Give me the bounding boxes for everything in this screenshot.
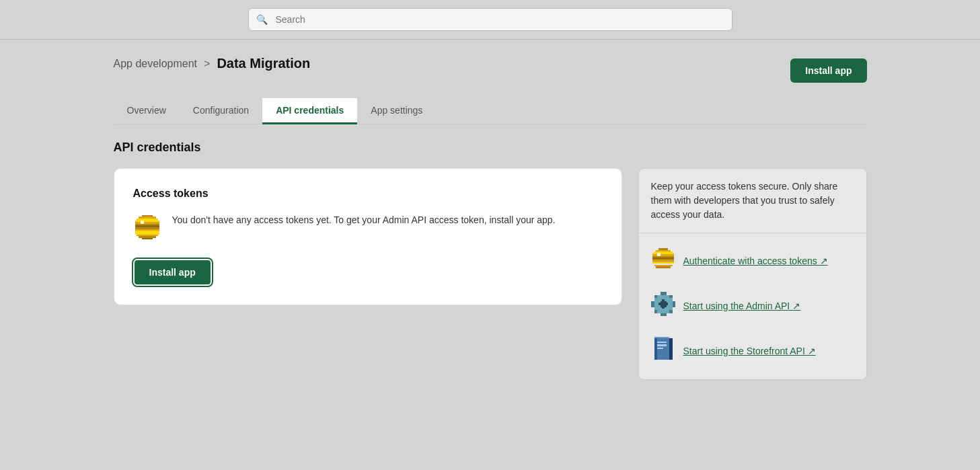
svg-rect-1 xyxy=(138,217,155,219)
breadcrumb-current: Data Migration xyxy=(217,56,310,71)
tab-app-settings[interactable]: App settings xyxy=(357,98,436,124)
svg-rect-4 xyxy=(135,222,159,224)
svg-rect-28 xyxy=(660,292,666,295)
token-content: You don't have any access tokens yet. To… xyxy=(133,213,603,245)
storefront-api-link-item: Start using the Storefront API ↗ xyxy=(639,329,866,374)
svg-rect-18 xyxy=(652,253,674,254)
svg-rect-24 xyxy=(652,262,674,264)
book-icon xyxy=(651,337,675,366)
tabs: Overview Configuration API credentials A… xyxy=(114,98,867,124)
svg-rect-34 xyxy=(654,310,657,313)
header-row: App development > Data Migration Install… xyxy=(114,56,867,85)
tab-overview[interactable]: Overview xyxy=(114,98,180,124)
storefront-api-link[interactable]: Start using the Storefront API ↗ xyxy=(683,345,816,358)
search-input[interactable] xyxy=(248,8,732,31)
breadcrumb-parent[interactable]: App development xyxy=(114,58,198,70)
svg-rect-46 xyxy=(657,348,663,349)
svg-rect-6 xyxy=(135,225,159,227)
svg-rect-11 xyxy=(137,235,158,237)
svg-rect-14 xyxy=(140,221,143,224)
svg-rect-8 xyxy=(135,229,159,231)
breadcrumb-separator: > xyxy=(204,58,210,70)
install-app-button-card[interactable]: Install app xyxy=(133,259,212,286)
svg-rect-42 xyxy=(654,338,657,360)
svg-rect-27 xyxy=(657,253,661,256)
tab-api-credentials[interactable]: API credentials xyxy=(262,98,357,124)
search-container: 🔍 xyxy=(248,8,732,31)
access-tokens-card: Access tokens xyxy=(114,168,622,305)
svg-rect-5 xyxy=(135,224,159,226)
svg-rect-33 xyxy=(669,295,673,299)
svg-rect-9 xyxy=(135,231,159,233)
svg-rect-31 xyxy=(660,313,666,317)
svg-rect-26 xyxy=(655,266,671,268)
admin-api-link-item: Start using the Admin API ↗ xyxy=(639,284,866,329)
svg-rect-35 xyxy=(669,310,673,313)
section-title: API credentials xyxy=(114,141,867,155)
svg-rect-10 xyxy=(135,233,159,235)
token-empty-message: You don't have any access tokens yet. To… xyxy=(172,213,556,227)
main-content: App development > Data Migration Install… xyxy=(87,40,894,396)
svg-rect-23 xyxy=(652,260,674,262)
breadcrumb: App development > Data Migration xyxy=(114,56,311,71)
svg-rect-29 xyxy=(651,301,654,307)
svg-rect-13 xyxy=(142,238,153,240)
tab-configuration[interactable]: Configuration xyxy=(180,98,262,124)
access-tokens-title: Access tokens xyxy=(133,188,603,200)
svg-rect-25 xyxy=(654,265,672,266)
svg-rect-15 xyxy=(658,248,668,249)
svg-rect-22 xyxy=(652,259,674,260)
svg-rect-17 xyxy=(654,251,672,253)
svg-rect-12 xyxy=(138,236,155,238)
svg-rect-21 xyxy=(652,258,674,259)
security-text: Keep your access tokens secure. Only sha… xyxy=(638,168,867,233)
svg-rect-19 xyxy=(652,254,674,256)
svg-rect-3 xyxy=(135,221,159,223)
svg-rect-16 xyxy=(655,250,671,251)
gear-icon xyxy=(651,292,675,321)
svg-rect-2 xyxy=(137,219,158,221)
auth-coin-icon xyxy=(651,247,675,276)
svg-rect-32 xyxy=(654,295,657,299)
top-bar: 🔍 xyxy=(0,0,980,40)
info-panel: Keep your access tokens secure. Only sha… xyxy=(638,168,867,380)
search-icon: 🔍 xyxy=(256,14,268,25)
svg-rect-44 xyxy=(657,342,667,343)
svg-rect-30 xyxy=(672,301,675,307)
auth-link[interactable]: Authenticate with access tokens ↗ xyxy=(683,255,828,268)
svg-rect-40 xyxy=(658,303,668,306)
admin-api-link[interactable]: Start using the Admin API ↗ xyxy=(683,300,801,313)
svg-rect-43 xyxy=(654,337,669,338)
svg-rect-45 xyxy=(657,344,667,346)
info-links: Authenticate with access tokens ↗ xyxy=(638,233,867,380)
coin-icon xyxy=(133,213,161,245)
two-col-layout: Access tokens xyxy=(114,168,867,380)
auth-link-item: Authenticate with access tokens ↗ xyxy=(639,239,866,284)
svg-rect-7 xyxy=(135,227,159,229)
svg-rect-20 xyxy=(652,256,674,258)
svg-rect-47 xyxy=(669,338,673,360)
install-app-button-top[interactable]: Install app xyxy=(790,58,866,83)
svg-rect-0 xyxy=(142,215,153,217)
